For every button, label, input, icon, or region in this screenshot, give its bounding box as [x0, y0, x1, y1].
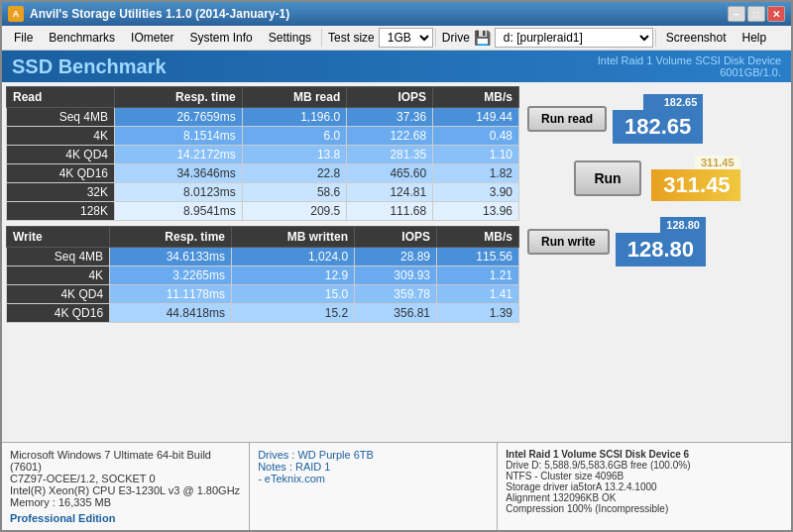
run-write-button[interactable]: Run write	[527, 229, 610, 255]
footer-center: Drives : WD Purple 6TB Notes : RAID 1 - …	[249, 443, 498, 530]
read-mbs: 1.10	[433, 146, 519, 164]
title-bar-left: A Anvil's Storage Utilities 1.1.0 (2014-…	[8, 6, 289, 22]
notes-label: Notes : RAID 1	[258, 461, 489, 473]
read-score-small: 182.65	[643, 94, 703, 110]
read-label: Seq 4MB	[7, 108, 115, 127]
drive-select[interactable]: d: [purpleraid1]	[495, 28, 653, 48]
read-mbs: 3.90	[433, 183, 519, 202]
menu-benchmarks[interactable]: Benchmarks	[41, 28, 123, 48]
read-resp: 14.2172ms	[114, 146, 242, 164]
write-resp: 3.2265ms	[110, 266, 232, 285]
read-score-large: 182.65	[613, 110, 703, 144]
write-table-row: Seq 4MB 34.6133ms 1,024.0 28.89 115.56	[7, 248, 519, 266]
maximize-button[interactable]: □	[747, 6, 765, 22]
read-mb: 58.6	[242, 183, 346, 202]
read-col-resp: Resp. time	[114, 87, 242, 108]
run-main-section: Run 311.45 311.45	[527, 156, 787, 201]
read-col-mbs: MB/s	[433, 87, 519, 108]
read-mbs: 1.82	[433, 164, 519, 183]
separator-1	[321, 29, 322, 47]
benchmark-area: Read Resp. time MB read IOPS MB/s Seq 4M…	[2, 82, 523, 442]
menu-screenshot[interactable]: Screenshot	[658, 28, 735, 48]
read-table-row: Seq 4MB 26.7659ms 1,196.0 37.36 149.44	[7, 108, 519, 127]
drive-icon: 💾	[474, 30, 491, 46]
drive-group: Drive 💾 d: [purpleraid1]	[442, 28, 653, 48]
write-mb: 1,024.0	[232, 248, 355, 266]
sys-info-line3: Intel(R) Xeon(R) CPU E3-1230L v3 @ 1.80G…	[10, 484, 241, 496]
device-line2: 6001GB/1.0.	[598, 66, 781, 78]
pro-edition-label: Professional Edition	[10, 512, 241, 524]
write-col-mbs: MB/s	[437, 227, 519, 248]
menu-iometer[interactable]: IOmeter	[123, 28, 181, 48]
main-content: Read Resp. time MB read IOPS MB/s Seq 4M…	[2, 82, 791, 442]
write-mbs: 1.41	[437, 285, 519, 304]
write-mb: 15.0	[232, 285, 355, 304]
read-iops: 465.60	[347, 164, 433, 183]
separator-2	[435, 29, 436, 47]
footer-right: Intel Raid 1 Volume SCSI Disk Device 6 D…	[498, 443, 791, 530]
read-col-mb: MB read	[242, 87, 346, 108]
device-detail-line6: Compression 100% (Incompressible)	[506, 503, 783, 514]
device-detail-line3: Storage driver ia5torA 13.2.4.1000	[506, 481, 783, 492]
read-resp: 8.9541ms	[114, 202, 242, 221]
write-label: 4K	[7, 266, 110, 285]
read-table-row: 128K 8.9541ms 209.5 111.68 13.96	[7, 202, 519, 221]
test-size-select[interactable]: 1GB	[379, 28, 433, 48]
write-mb: 12.9	[232, 266, 355, 285]
write-mbs: 1.39	[437, 304, 519, 323]
read-mbs: 0.48	[433, 127, 519, 146]
write-label: 4K QD16	[7, 304, 110, 323]
read-mb: 1,196.0	[242, 108, 346, 127]
run-read-section: Run read 182.65 182.65	[527, 94, 787, 144]
test-size-label: Test size	[328, 31, 375, 45]
read-label: 128K	[7, 202, 115, 221]
write-mbs: 115.56	[437, 248, 519, 266]
side-panel: Run read 182.65 182.65 Run 311.45 311.45	[523, 82, 791, 442]
read-col-iops: IOPS	[347, 87, 433, 108]
close-button[interactable]: ✕	[767, 6, 785, 22]
run-button[interactable]: Run	[574, 160, 640, 196]
device-line1: Intel Raid 1 Volume SCSI Disk Device	[598, 54, 781, 66]
menu-system-info[interactable]: System Info	[181, 28, 260, 48]
sys-info-line2: C7Z97-OCEE/1.2, SOCKET 0	[10, 473, 241, 484]
menu-settings[interactable]: Settings	[261, 28, 319, 48]
write-score-small: 128.80	[660, 217, 706, 233]
read-table-row: 32K 8.0123ms 58.6 124.81 3.90	[7, 183, 519, 202]
device-detail-line2: NTFS - Cluster size 4096B	[506, 471, 783, 481]
run-read-button[interactable]: Run read	[527, 106, 607, 132]
write-label: Seq 4MB	[7, 248, 110, 266]
test-size-group: Test size 1GB	[328, 28, 433, 48]
read-label: 4K QD4	[7, 146, 115, 164]
read-mb: 13.8	[242, 146, 346, 164]
write-table-row: 4K QD4 11.1178ms 15.0 359.78 1.41	[7, 285, 519, 304]
device-info: Intel Raid 1 Volume SCSI Disk Device 600…	[598, 54, 781, 78]
write-mbs: 1.21	[437, 266, 519, 285]
write-iops: 309.93	[355, 266, 437, 285]
write-col-mb: MB written	[232, 227, 355, 248]
read-label: 4K	[7, 127, 115, 146]
window-controls: − □ ✕	[728, 6, 785, 22]
write-resp: 11.1178ms	[110, 285, 232, 304]
drive-label: Drive	[442, 31, 470, 45]
menu-file[interactable]: File	[6, 28, 41, 48]
site-label: - eTeknix.com	[258, 473, 489, 484]
app-title: SSD Benchmark	[12, 55, 167, 78]
write-resp: 34.6133ms	[110, 248, 232, 266]
read-label: 32K	[7, 183, 115, 202]
sys-info-line4: Memory : 16,335 MB	[10, 496, 241, 508]
write-iops: 356.81	[355, 304, 437, 323]
read-iops: 281.35	[347, 146, 433, 164]
footer-left: Microsoft Windows 7 Ultimate 64-bit Buil…	[2, 443, 249, 530]
write-table-row: 4K 3.2265ms 12.9 309.93 1.21	[7, 266, 519, 285]
write-iops: 359.78	[355, 285, 437, 304]
write-col-resp: Resp. time	[110, 227, 232, 248]
minimize-button[interactable]: −	[728, 6, 745, 22]
read-table-row: 4K QD16 34.3646ms 22.8 465.60 1.82	[7, 164, 519, 183]
write-score-large: 128.80	[616, 233, 706, 266]
read-iops: 124.81	[347, 183, 433, 202]
read-table-row: 4K 8.1514ms 6.0 122.68 0.48	[7, 127, 519, 146]
device-detail-line1: Drive D: 5,588.9/5,583.6GB free (100.0%)	[506, 460, 783, 471]
read-iops: 122.68	[347, 127, 433, 146]
menu-help[interactable]: Help	[735, 28, 775, 48]
read-mbs: 13.96	[433, 202, 519, 221]
